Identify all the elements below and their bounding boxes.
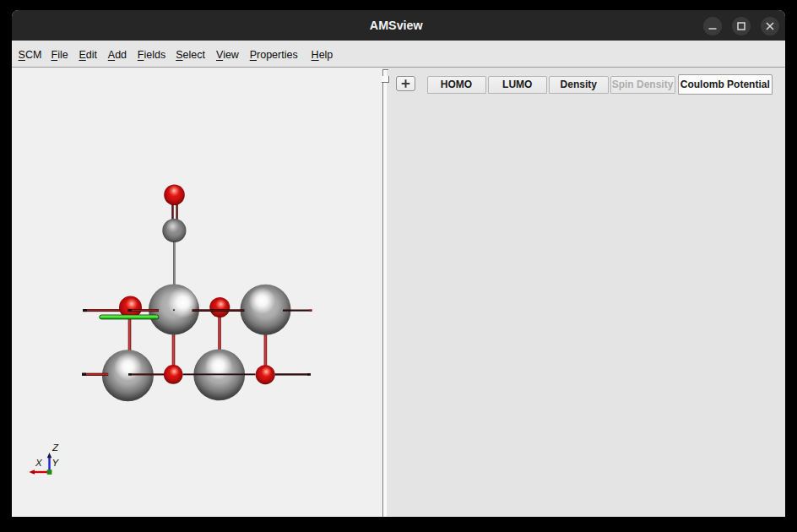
svg-text:X: X <box>35 458 43 468</box>
svg-text:Y: Y <box>52 458 60 468</box>
svg-text:Z: Z <box>52 442 59 453</box>
